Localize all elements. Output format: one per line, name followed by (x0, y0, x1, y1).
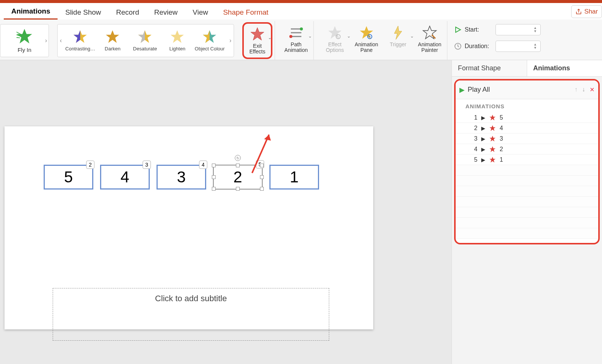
close-icon[interactable]: ✕ (590, 86, 594, 93)
row-order: 5 (472, 156, 477, 163)
animation-row-empty (456, 197, 598, 207)
gallery-prev[interactable]: ‹ (60, 37, 62, 44)
resize-handle[interactable] (260, 187, 264, 191)
start-dropdown[interactable]: ▲▼ (496, 24, 541, 35)
animation-row[interactable]: 2 ▶ 4 (456, 123, 598, 133)
row-target: 2 (500, 146, 503, 153)
exit-star-icon (489, 146, 496, 153)
star-icon (137, 29, 152, 44)
resize-handle[interactable] (212, 187, 216, 191)
resize-handle[interactable] (212, 175, 216, 179)
animation-row[interactable]: 1 ▶ 5 (456, 112, 598, 123)
side-panel: Format Shape Animations ▶ Play All ↑ ↓ ✕… (451, 60, 602, 364)
duration-input[interactable]: ▲▼ (496, 41, 541, 52)
gallery-label: Object Colour (194, 46, 225, 52)
chevron-right-icon[interactable]: › (45, 37, 47, 44)
svg-marker-30 (490, 125, 496, 131)
shape-box-1[interactable]: 1 (269, 165, 319, 190)
animation-row[interactable]: 4 ▶ 2 (456, 144, 598, 155)
animation-row[interactable]: 5 ▶ 1 (456, 155, 598, 165)
shape-text: 2 (233, 168, 242, 186)
ribbon-tabs: Animations Slide Show Record Review View… (0, 3, 602, 20)
row-target: 1 (500, 156, 503, 163)
resize-handle[interactable] (260, 164, 264, 167)
animation-order-tag[interactable]: 3 (143, 161, 151, 169)
shape-box-5[interactable]: 5 2 (44, 165, 93, 190)
effect-options-button: Effect Options ⌄ (320, 22, 350, 59)
exit-star-icon (489, 125, 496, 132)
spinner-icon[interactable]: ▲▼ (534, 41, 540, 52)
trigger-label: Trigger (390, 42, 406, 47)
chevron-down-icon[interactable]: ⌄ (308, 33, 312, 39)
slide-canvas[interactable]: 5 2 4 3 3 4 2 5 ↻ 1 Click to add (5, 126, 373, 329)
star-gear-icon (359, 25, 374, 40)
svg-marker-25 (456, 27, 461, 32)
play-all-label[interactable]: Play All (468, 86, 572, 94)
bolt-icon (391, 25, 405, 40)
resize-handle[interactable] (212, 164, 216, 167)
animation-painter-button[interactable]: Animation Painter (415, 22, 445, 59)
side-tabs: Format Shape Animations (452, 60, 602, 77)
start-label: Start: (465, 26, 493, 33)
animation-order-tag[interactable]: 2 (86, 161, 94, 169)
shape-text: 1 (290, 168, 298, 186)
animation-pane: ▶ Play All ↑ ↓ ✕ ANIMATIONS 1 ▶ 5 2 ▶ 4 (454, 79, 600, 244)
exit-star-icon (489, 114, 496, 121)
exit-effects-button[interactable]: Exit Effects ⌄ (242, 22, 272, 59)
animation-row-empty (456, 176, 598, 186)
resize-handle[interactable] (260, 175, 264, 179)
tab-animations[interactable]: Animations (4, 3, 58, 20)
gallery-item-desaturate[interactable]: Desaturate (129, 29, 161, 52)
rotate-handle[interactable]: ↻ (235, 155, 241, 161)
gallery-item-darken[interactable]: Darken (96, 29, 129, 52)
star-icon (16, 28, 33, 45)
share-button[interactable]: Shar (571, 5, 602, 18)
entrance-effect-flyin[interactable]: Fly In › (0, 24, 49, 57)
svg-marker-29 (490, 115, 496, 120)
star-brush-icon (422, 25, 437, 40)
side-tab-animations[interactable]: Animations (527, 60, 602, 76)
gallery-item-lighten[interactable]: Lighten (161, 29, 193, 52)
resize-handle[interactable] (236, 164, 240, 167)
move-down-icon[interactable]: ↓ (582, 86, 585, 93)
side-tab-format-shape[interactable]: Format Shape (452, 60, 527, 76)
animation-order-tag[interactable]: 4 (199, 161, 207, 169)
path-animation-button[interactable]: Path Animation ⌄ (281, 22, 311, 59)
path-icon (289, 25, 304, 40)
svg-point-22 (369, 36, 370, 37)
shape-box-2[interactable]: 2 5 ↻ (213, 165, 263, 190)
gallery-item-contrasting[interactable]: Contrasting… (64, 29, 96, 52)
animation-row[interactable]: 3 ▶ 3 (456, 133, 598, 144)
animation-pane-button[interactable]: Animation Pane (351, 22, 382, 59)
tab-slideshow[interactable]: Slide Show (58, 5, 108, 20)
shape-box-4[interactable]: 4 3 (100, 165, 150, 190)
animation-row-empty (456, 207, 598, 218)
play-icon[interactable]: ▶ (459, 86, 465, 94)
subtitle-placeholder[interactable]: Click to add subtitle (53, 288, 329, 341)
tab-shape-format[interactable]: Shape Format (216, 5, 276, 20)
row-target: 3 (500, 135, 503, 142)
duration-label: Duration: (465, 43, 493, 50)
tab-record[interactable]: Record (109, 5, 147, 20)
shape-text: 5 (64, 168, 73, 186)
shape-box-3[interactable]: 3 4 (157, 165, 206, 190)
gallery-label: Lighten (161, 46, 193, 52)
animations-section-title: ANIMATIONS (456, 99, 598, 112)
chevron-down-icon[interactable]: ⌄ (268, 35, 272, 40)
chevron-down-icon: ⌄ (410, 33, 414, 39)
row-order: 4 (472, 146, 477, 153)
tab-review[interactable]: Review (147, 5, 185, 20)
star-icon (250, 27, 265, 42)
effect-options-label: Effect Options (326, 42, 344, 53)
svg-point-14 (300, 27, 303, 30)
spinner-icon[interactable]: ▲▼ (534, 24, 540, 35)
star-gear-icon (327, 25, 342, 40)
shape-text: 3 (177, 168, 185, 186)
move-up-icon[interactable]: ↑ (575, 86, 578, 93)
gallery-item-objectcolour[interactable]: Object Colour (193, 29, 226, 52)
gallery-next[interactable]: › (230, 37, 231, 44)
svg-line-3 (17, 38, 20, 38)
tab-view[interactable]: View (185, 5, 216, 20)
resize-handle[interactable] (236, 187, 240, 191)
svg-marker-11 (203, 30, 210, 43)
